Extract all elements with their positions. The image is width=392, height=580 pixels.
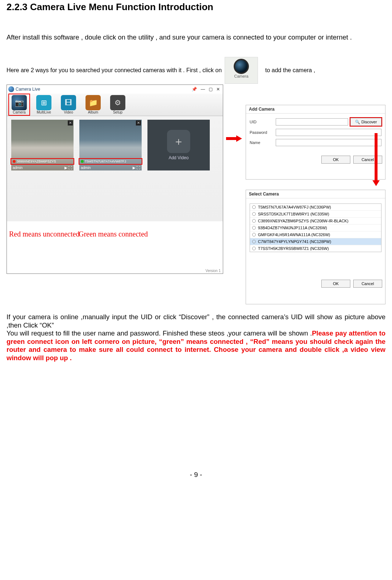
minimize-icon[interactable]: — (201, 87, 205, 92)
toolbar-video[interactable]: 🎞Video (58, 95, 79, 114)
maximize-icon[interactable]: ▢ (209, 87, 213, 92)
add-camera-ok-button[interactable]: OK (321, 156, 350, 164)
name-label: Name (250, 140, 276, 145)
discover-button[interactable]: 🔍 Discover (350, 118, 381, 126)
para-warning: You will request to fill the user name a… (7, 329, 385, 362)
main-toolbar: 📷Camera ⊞MultiLive 🎞Video 📁Album ⚙Setup (7, 94, 223, 116)
play-icon[interactable]: ▶ ⛶ (133, 166, 140, 170)
section-heading: 2.2.3 Camera Live Menu Function Introduc… (7, 1, 385, 13)
camera-option[interactable]: T7SSTH5K2BYRS5BW87Z1 (NC326W) (250, 245, 381, 252)
uid-input[interactable] (276, 118, 348, 126)
arrow-down-icon (372, 133, 380, 188)
camera-tile-1[interactable]: ✕ 3899XNE9YAZBM6PSZYS admin ▶ ⛶ (11, 120, 74, 170)
status-dot-red (13, 160, 16, 163)
plus-icon: ＋ (167, 130, 190, 153)
camera-option[interactable]: GMFGKF4LH5R14WNA111A (NC326W) (250, 231, 381, 238)
app-icon (8, 86, 14, 92)
toolbar-setup[interactable]: ⚙Setup (108, 95, 128, 114)
camera-icon[interactable]: Camera (225, 57, 258, 84)
toolbar-album[interactable]: 📁Album (83, 95, 103, 114)
page-number: - 9 - (7, 471, 385, 479)
password-input[interactable] (276, 129, 381, 136)
screenshot-composite: Camera Live 📌 — ▢ ✕ 📷Camera ⊞MultiLive 🎞… (7, 85, 385, 306)
select-camera-ok-button[interactable]: OK (321, 280, 350, 288)
camera-option[interactable]: T5MSTN7U67A7A4VW87FJ (NC336PW) (250, 204, 381, 211)
tile-close-icon[interactable]: ✕ (136, 120, 141, 126)
window-titlebar: Camera Live 📌 — ▢ ✕ (7, 85, 223, 94)
toolbar-camera[interactable]: 📷Camera (9, 94, 29, 115)
annotation-green-connected: Green means connected (79, 230, 148, 238)
select-camera-title: Select Camera (246, 190, 385, 198)
camera-tiles-area: ✕ 3899XNE9YAZBM6PSZYS admin ▶ ⛶ ✕ T5MSTN… (7, 116, 223, 221)
play-icon[interactable]: ▶ ⛶ (64, 166, 72, 170)
uid-label: UID (250, 120, 276, 124)
status-dot-green (81, 160, 84, 163)
camera-tile-2[interactable]: ✕ T5MSTN7U67A7A4VW87FJ admin ▶ ⛶ (79, 120, 142, 170)
add-video-tile[interactable]: ＋ Add Video (147, 120, 210, 170)
para-discover: If your camera is online ,manually input… (7, 313, 385, 329)
line2-after: to add the camera , (265, 67, 315, 74)
camera-option[interactable]: C3899XNE9YAZBM6PSZYS (NC208W-IR-BLACK) (250, 218, 381, 225)
password-label: Password (250, 130, 276, 135)
search-icon: 🔍 (355, 120, 360, 124)
select-camera-cancel-button[interactable]: Cancel (353, 280, 382, 288)
camera-option-selected[interactable]: C7WT847Y4PYLYNPGY741 (NC128PW) (250, 238, 381, 245)
toolbar-multilive[interactable]: ⊞MultiLive (34, 95, 54, 114)
name-input[interactable] (276, 139, 381, 146)
select-camera-panel: Select Camera T5MSTN7U67A7A4VW87FJ (NC33… (246, 190, 385, 304)
add-camera-panel: Add Camera UID 🔍 Discover Password Name (246, 105, 385, 180)
line2-before: Here are 2 ways for you to searched your… (7, 67, 222, 74)
camera-live-window: Camera Live 📌 — ▢ ✕ 📷Camera ⊞MultiLive 🎞… (7, 85, 223, 274)
annotation-red-unconnected: Red means unconnected (9, 230, 79, 238)
camera-option[interactable]: SRSSTD5K2LK7T1BW8RY1 (NC335W) (250, 211, 381, 218)
camera-option[interactable]: 93B4D4ZB7YNMJNJP111A (NC326W) (250, 225, 381, 231)
pin-icon[interactable]: 📌 (192, 87, 197, 92)
tile-close-icon[interactable]: ✕ (68, 120, 73, 126)
arrow-right-icon (226, 135, 243, 142)
version-label: Version 1 (205, 269, 221, 273)
close-icon[interactable]: ✕ (216, 87, 220, 92)
add-camera-title: Add Camera (246, 105, 385, 114)
intro-paragraph: After install this software , doule clic… (7, 33, 385, 42)
select-camera-list: T5MSTN7U67A7A4VW87FJ (NC336PW) SRSSTD5K2… (250, 203, 381, 252)
